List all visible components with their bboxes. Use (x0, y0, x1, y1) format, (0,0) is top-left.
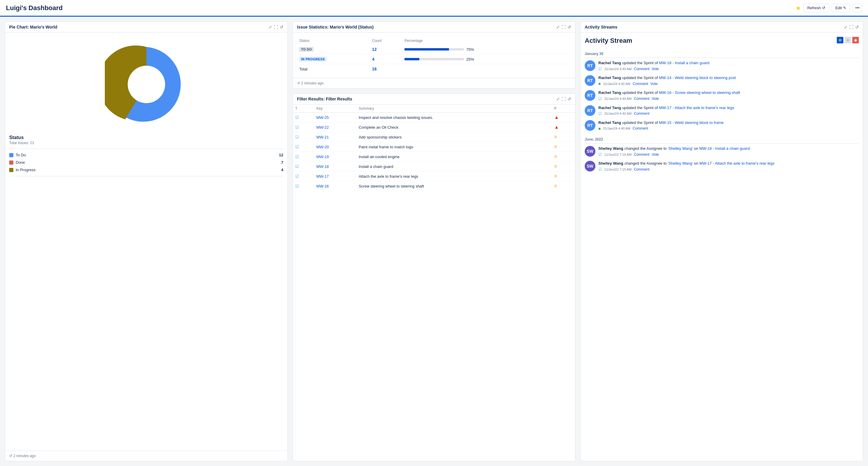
activity-time: 11/Jun/22 7:15 AM (604, 168, 631, 171)
refresh-panel-icon[interactable]: ↺ (280, 25, 283, 29)
activity-entry: RT Rachel Tang updated the Sprint of MW-… (585, 90, 859, 101)
issue-summary: Paint metal frame to match logo (359, 145, 413, 149)
col-count: Count (370, 37, 402, 45)
activity-action-link[interactable]: Vote (652, 96, 659, 101)
total-count[interactable]: 16 (372, 66, 377, 71)
inprogress-count[interactable]: 4 (372, 57, 374, 61)
col-t: T (293, 105, 314, 113)
top-bar: Luigi's Dashboard ★ Refresh ↺ Edit ✎ ••• (0, 0, 868, 17)
refresh-button[interactable]: Refresh ↺ (803, 4, 829, 12)
middle-column: Issue Statistics: Mario's World (Status)… (292, 21, 576, 461)
collapse-icon[interactable]: ⤢ (269, 25, 272, 29)
issue-type-checkbox: ☑ (295, 184, 299, 188)
issue-key[interactable]: MW-22 (316, 125, 329, 129)
activity-panel-icons: ⤢ ⛶ ↺ (844, 25, 859, 29)
issue-link[interactable]: MW-18 - Install a chain guard (699, 146, 750, 151)
stats-panel-title: Issue Statistics: Mario's World (Status) (297, 25, 374, 29)
activity-action-link[interactable]: Comment (634, 152, 649, 156)
stats-panel-header: Issue Statistics: Mario's World (Status)… (293, 22, 575, 33)
issue-link[interactable]: MW-17 - Attach the axle to frame's rear … (699, 161, 774, 166)
list-view-btn[interactable]: ≡ (844, 37, 851, 43)
pie-refresh-time: 2 minutes ago (13, 454, 36, 458)
issue-link[interactable]: MW-14 - Weld steering block to steering … (659, 76, 736, 80)
activity-action-link[interactable]: Comment (634, 96, 649, 101)
filter-expand-icon[interactable]: ⛶ (562, 96, 566, 101)
priority-medium-icon: ≡ (554, 183, 557, 188)
filter-table-row: ☑ MW-21 Add sponsorship stickers ≡ (293, 132, 575, 142)
activity-action-link[interactable]: Comment (634, 112, 649, 116)
activity-collapse-icon[interactable]: ⤢ (844, 25, 847, 29)
activity-action-link[interactable]: Vote (652, 152, 659, 156)
activity-action-link[interactable]: Comment (633, 82, 648, 86)
legend-color-todo (9, 153, 13, 157)
issue-key[interactable]: MW-20 (316, 145, 329, 149)
activity-text: Rachel Tang updated the Sprint of MW-15 … (598, 120, 859, 125)
issue-type-checkbox: ☑ (295, 115, 299, 120)
issue-type-checkbox: ☑ (295, 164, 299, 169)
filter-refresh-icon[interactable]: ↺ (567, 96, 571, 101)
issue-key[interactable]: MW-18 (316, 164, 329, 169)
issue-key[interactable]: MW-16 (316, 184, 329, 188)
stat-row-inprogress: IN PROGRESS 4 25% (297, 54, 571, 64)
grid-view-btn[interactable]: ⊞ (837, 37, 843, 43)
activity-content: Rachel Tang updated the Sprint of MW-14 … (598, 75, 859, 86)
activity-refresh-icon[interactable]: ↺ (855, 25, 859, 29)
activity-action-link[interactable]: Vote (652, 67, 659, 71)
stat-row-todo: TO DO 12 75% (297, 45, 571, 54)
priority-high-icon: ▲ (554, 115, 559, 120)
filter-collapse-icon[interactable]: ⤢ (556, 96, 560, 101)
star-icon[interactable]: ★ (796, 4, 801, 11)
avatar: RT (585, 105, 595, 116)
activity-action-link[interactable]: Vote (651, 82, 658, 86)
assignee-link[interactable]: 'Shelley Wang' (668, 161, 693, 166)
issue-link[interactable]: MW-16 - Screw steering wheel to steering… (659, 90, 740, 95)
todo-count[interactable]: 12 (372, 47, 377, 52)
activity-entry: RT Rachel Tang updated the Sprint of MW-… (585, 105, 859, 116)
stats-expand-icon[interactable]: ⛶ (562, 25, 566, 29)
activity-text: Rachel Tang updated the Sprint of MW-17 … (598, 105, 859, 111)
activity-text: Rachel Tang updated the Sprint of MW-16 … (598, 90, 859, 95)
priority-medium-icon: ≡ (554, 154, 557, 159)
filter-results-panel: Filter Results: Filter Results ⤢ ⛶ ↺ T K… (292, 93, 576, 461)
issue-key[interactable]: MW-19 (316, 154, 329, 159)
activity-type-icons: ⊞ ≡ ◉ (837, 37, 859, 43)
issue-key[interactable]: MW-25 (316, 115, 329, 120)
more-options-button[interactable]: ••• (852, 4, 862, 12)
issue-link[interactable]: MW-17 - Attach the axle to frame's rear … (659, 106, 734, 110)
activity-action-link[interactable]: Comment (633, 126, 648, 130)
stats-refresh-icon-footer: ↺ (297, 81, 300, 85)
filter-table-row: ☑ MW-16 Screw steering wheel to steering… (293, 181, 575, 191)
expand-icon[interactable]: ⛶ (274, 25, 278, 29)
issue-key[interactable]: MW-21 (316, 135, 329, 139)
activity-type-icon: ☑ (598, 112, 602, 116)
dashboard-title: Luigi's Dashboard (6, 4, 63, 12)
todo-progress-fill (404, 48, 449, 51)
filter-panel-icons: ⤢ ⛶ ↺ (556, 96, 571, 101)
svg-point-0 (128, 66, 165, 103)
rss-btn[interactable]: ◉ (852, 37, 859, 43)
activity-meta: ☑ 31/Jan/24 4:40 AM Comment Vote (598, 66, 859, 71)
col-key: Key (314, 105, 356, 113)
activity-expand-icon[interactable]: ⛶ (849, 25, 854, 29)
activity-action-link[interactable]: Comment (634, 167, 649, 172)
issue-summary: Inspect and resolve chassis twisting iss… (359, 115, 433, 120)
edit-button[interactable]: Edit ✎ (832, 4, 850, 12)
issue-type-checkbox: ☑ (295, 154, 299, 159)
edit-label: Edit (835, 6, 842, 10)
stats-refresh-time: 2 minutes ago (301, 81, 323, 85)
total-label: Total (297, 64, 370, 74)
activity-text: Rachel Tang updated the Sprint of MW-14 … (598, 75, 859, 81)
issue-link[interactable]: MW-18 - Install a chain guard (659, 61, 709, 65)
activity-meta: ☑ 11/Jun/22 7:15 AM Comment (598, 167, 859, 172)
activity-action-link[interactable]: Comment (634, 67, 649, 71)
issue-key[interactable]: MW-17 (316, 174, 329, 179)
inprogress-progress-bg (404, 58, 464, 60)
assignee-link[interactable]: 'Shelley Wang' (668, 146, 693, 151)
col-percentage: Percentage (402, 37, 571, 45)
legend-title: Status (9, 135, 283, 140)
stats-refresh-icon[interactable]: ↺ (567, 25, 571, 29)
issue-link[interactable]: MW-15 - Weld steering block to frame (659, 120, 724, 125)
pie-chart-title: Pie Chart: Mario's World (9, 25, 57, 29)
issue-stats-panel: Issue Statistics: Mario's World (Status)… (292, 21, 576, 89)
stats-collapse-icon[interactable]: ⤢ (556, 25, 560, 29)
